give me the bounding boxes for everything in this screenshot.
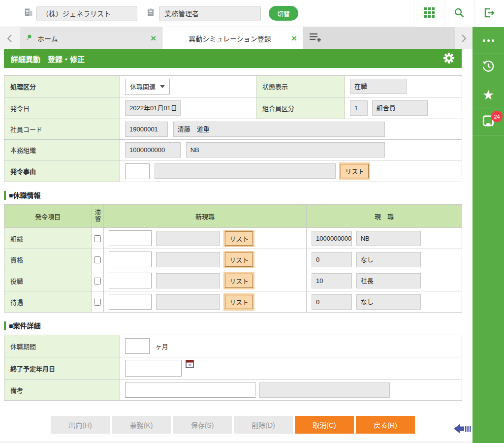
logout-button[interactable] — [474, 0, 504, 27]
new-tab-button[interactable] — [303, 27, 328, 49]
kyushoku-kikan-input[interactable] — [125, 338, 150, 354]
anken-section-title: ■案件詳細 — [4, 321, 472, 330]
new-code-input[interactable] — [109, 294, 152, 310]
right-sidebar: ★ 24 — [472, 27, 504, 443]
page-title-bar: 詳細異動 登録・修正 — [4, 49, 462, 68]
row-label: 組織 — [4, 228, 92, 249]
kumiai-name-field: 組合員 — [372, 100, 428, 116]
kumiai-code-field: 1 — [350, 100, 368, 116]
stay-checkbox[interactable] — [94, 299, 101, 306]
tab-home[interactable]: ホーム × — [20, 27, 162, 49]
shori-kubun-select[interactable]: 休職関連 — [125, 79, 170, 95]
shori-kubun-value: 休職関連 — [130, 82, 156, 91]
label-hatsurei-jiyu: 発令事由 — [4, 160, 120, 182]
shukko-button[interactable]: 出向(H) — [51, 416, 110, 434]
sidebar-notifications-button[interactable]: 24 — [472, 108, 504, 135]
hatsurei-jiyu-list-button[interactable]: リスト — [341, 164, 369, 178]
sakujo-button[interactable]: 削除(D) — [234, 416, 293, 434]
shuryo-yotei-input[interactable] — [125, 360, 182, 377]
honmu-code-field: 1000000000 — [125, 142, 181, 158]
role-input[interactable] — [159, 6, 261, 21]
kenmu-button[interactable]: 兼務(K) — [112, 416, 171, 434]
logout-icon — [483, 7, 495, 20]
sidebar-favorites-button[interactable]: ★ — [472, 81, 504, 108]
add-tab-icon — [309, 32, 322, 44]
clipboard-icon — [146, 7, 155, 19]
label-shain-code: 社員コード — [4, 119, 120, 140]
building-icon — [24, 7, 33, 19]
shain-code-field: 19000001 — [125, 122, 168, 137]
new-code-input[interactable] — [109, 273, 152, 288]
current-code-field: 1000000000 — [312, 231, 352, 246]
stay-checkbox[interactable] — [94, 278, 101, 285]
list-button[interactable]: リスト — [225, 295, 253, 309]
label-kyushoku-kikan: 休職期間 — [4, 335, 120, 357]
new-name-field — [156, 273, 220, 288]
label-kumiai-kubun: 組合員区分 — [256, 97, 345, 119]
stay-checkbox[interactable] — [94, 256, 101, 263]
current-name-field: 社長 — [356, 273, 421, 288]
main-content: 詳細異動 登録・修正 処理区分 休職関連 状態表示 在職 発令日 2022年01… — [0, 49, 472, 443]
new-code-input[interactable] — [109, 252, 152, 267]
current-name-field: なし — [356, 294, 421, 310]
hatsurei-bi-field: 2022年01月01日 — [125, 100, 181, 116]
apps-grid-button[interactable] — [414, 0, 444, 27]
collapse-arrow-icon — [454, 429, 473, 437]
top-icon-group — [414, 0, 504, 27]
close-icon[interactable]: × — [151, 33, 156, 43]
label-biko: 備考 — [4, 380, 120, 401]
tab-bar: ホーム × 異動シミュレーション登録 × — [0, 27, 472, 49]
calendar-button[interactable]: 31 — [186, 360, 194, 370]
stay-checkbox[interactable] — [94, 235, 101, 242]
new-code-input[interactable] — [109, 230, 152, 246]
settings-button[interactable] — [443, 52, 455, 65]
list-button[interactable]: リスト — [225, 253, 253, 267]
company-input[interactable] — [36, 6, 137, 21]
new-name-field — [156, 231, 220, 246]
search-icon — [454, 7, 465, 20]
tab-active[interactable]: 異動シミュレーション登録 × — [162, 27, 303, 49]
modoru-button[interactable]: 戻る(R) — [356, 416, 415, 434]
close-icon[interactable]: × — [291, 33, 297, 43]
torikeshi-button[interactable]: 取消(C) — [295, 416, 354, 434]
sidebar-more-button[interactable] — [472, 27, 504, 54]
tab-scroll-left[interactable] — [0, 27, 20, 49]
kyushoku-table: 発令項目 滞留 新現職 現 職 組織 リスト 1000000000 NB 資格 — [4, 204, 462, 313]
current-code-field: 0 — [312, 294, 352, 310]
col-header-shin-genshoku: 新現職 — [104, 205, 307, 228]
biko-input[interactable] — [125, 382, 255, 398]
row-label: 資格 — [4, 249, 92, 270]
collapse-sidebar-button[interactable] — [454, 422, 473, 437]
current-code-field: 0 — [312, 252, 352, 267]
label-hatsurei-bi: 発令日 — [4, 97, 120, 119]
pin-icon — [26, 34, 32, 42]
tab-home-label: ホーム — [37, 33, 146, 43]
table-row-taigu: 待遇 リスト 0 なし — [4, 291, 462, 313]
switch-button[interactable]: 切替 — [269, 6, 298, 21]
honmu-name-field: NB — [186, 142, 385, 158]
tab-bar-spacer — [328, 27, 455, 49]
anken-table: 休職期間 ヶ月 終了予定年月日 31 備考 — [4, 335, 462, 401]
page-title: 詳細異動 登録・修正 — [11, 54, 443, 64]
hozon-button[interactable]: 保存(S) — [173, 416, 232, 434]
calendar-icon: 31 — [186, 362, 194, 370]
list-button[interactable]: リスト — [225, 274, 253, 288]
main-form-table: 処理区分 休職関連 状態表示 在職 発令日 2022年01月01日 組合員区分 … — [4, 75, 462, 182]
history-icon — [481, 60, 495, 75]
new-name-field — [156, 252, 220, 267]
chevron-down-icon — [160, 85, 165, 88]
hatsurei-jiyu-code-input[interactable] — [125, 163, 150, 179]
current-code-field: 10 — [312, 273, 352, 288]
current-name-field: NB — [356, 231, 421, 246]
shain-name-field: 清藤 道重 — [173, 122, 385, 137]
sidebar-history-button[interactable] — [472, 54, 504, 81]
search-button[interactable] — [444, 0, 474, 27]
col-header-genshoku: 現 職 — [307, 205, 462, 228]
label-shuryo-yotei: 終了予定年月日 — [4, 357, 120, 380]
list-button[interactable]: リスト — [225, 231, 253, 246]
table-row-shikaku: 資格 リスト 0 なし — [4, 249, 462, 270]
more-icon — [483, 39, 494, 42]
hatsurei-jiyu-name-field — [155, 163, 336, 179]
gear-icon — [443, 52, 455, 65]
tab-scroll-right[interactable] — [455, 27, 472, 49]
